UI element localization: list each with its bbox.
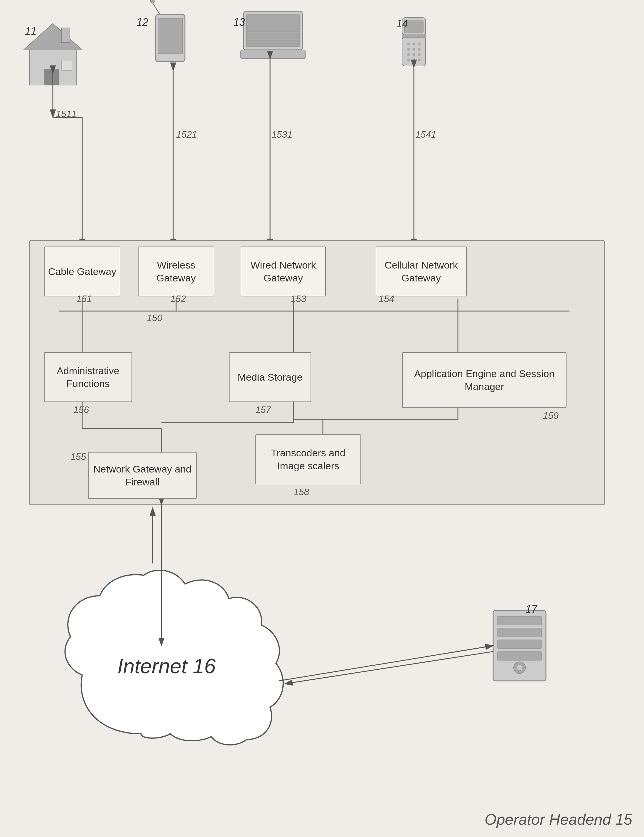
wired-gateway-box: Wired Network Gateway [241,246,326,296]
svg-point-35 [407,53,410,56]
svg-point-76 [514,662,526,673]
svg-rect-72 [498,616,542,625]
admin-functions-label: Administrative Functions [48,364,128,390]
svg-point-36 [412,53,416,56]
svg-point-38 [407,58,410,61]
admin-functions-box: Administrative Functions [44,352,132,402]
svg-rect-6 [44,69,59,85]
netgw-label: Network Gateway and Firewall [92,463,193,488]
label-152: 152 [170,294,186,304]
svg-rect-27 [402,34,426,38]
svg-rect-5 [62,28,70,43]
headend-label: Operator Headend 15 [485,811,632,828]
cable-gateway-box: Cable Gateway [44,246,120,296]
svg-rect-24 [241,50,305,59]
svg-line-78 [279,646,493,681]
svg-point-34 [418,48,421,51]
cellular-gateway-box: Cellular Network Gateway [376,246,467,296]
label-17: 17 [526,603,537,615]
transcoders-box: Transcoders and Image scalers [255,434,361,484]
internet-label: Internet 16 [117,655,216,678]
label-1521: 1521 [176,129,197,140]
svg-point-30 [412,43,416,46]
svg-rect-12 [244,12,302,50]
label-151: 151 [76,294,92,304]
label-12: 12 [136,16,148,28]
svg-line-10 [153,3,160,15]
label-156: 156 [73,404,89,415]
svg-rect-75 [498,652,542,660]
label-158: 158 [294,487,309,497]
cable-gateway-label: Cable Gateway [48,265,116,278]
transcoders-label: Transcoders and Image scalers [259,446,358,472]
wired-gateway-label: Wired Network Gateway [244,259,322,284]
svg-rect-26 [402,37,426,66]
media-storage-box: Media Storage [229,352,311,402]
svg-rect-71 [493,611,546,681]
svg-rect-8 [156,15,185,62]
svg-rect-3 [30,50,76,85]
svg-point-39 [412,58,416,61]
label-153: 153 [291,294,306,304]
svg-point-40 [418,58,421,61]
label-154: 154 [379,294,394,304]
svg-point-32 [407,48,410,51]
label-1531: 1531 [271,129,292,140]
label-155: 155 [71,451,86,462]
label-11: 11 [25,25,37,37]
diagram: 11 12 13 14 1511 1521 1531 1541 Cable Ga… [0,0,644,837]
svg-rect-13 [246,15,299,46]
svg-point-31 [418,43,421,46]
label-1541: 1541 [416,129,436,140]
svg-rect-9 [158,18,182,53]
svg-rect-73 [498,628,542,637]
cellular-gateway-label: Cellular Network Gateway [379,259,463,284]
media-storage-label: Media Storage [237,371,302,384]
label-157: 157 [255,404,271,415]
wireless-gateway-box: Wireless Gateway [138,246,214,296]
wireless-gateway-label: Wireless Gateway [141,259,211,284]
svg-point-11 [150,0,155,3]
app-engine-box: Application Engine and Session Manager [402,352,567,408]
label-159: 159 [543,410,559,421]
netgw-box: Network Gateway and Firewall [88,452,197,499]
svg-point-33 [412,48,416,51]
svg-point-37 [418,53,421,56]
app-engine-label: Application Engine and Session Manager [406,367,563,393]
label-14: 14 [396,18,408,30]
label-13: 13 [233,16,245,28]
svg-line-79 [285,652,493,684]
svg-rect-7 [62,60,72,71]
svg-rect-74 [498,640,542,648]
label-150: 150 [147,313,162,323]
label-1511: 1511 [56,108,77,120]
svg-point-29 [407,43,410,46]
svg-point-77 [517,665,522,671]
